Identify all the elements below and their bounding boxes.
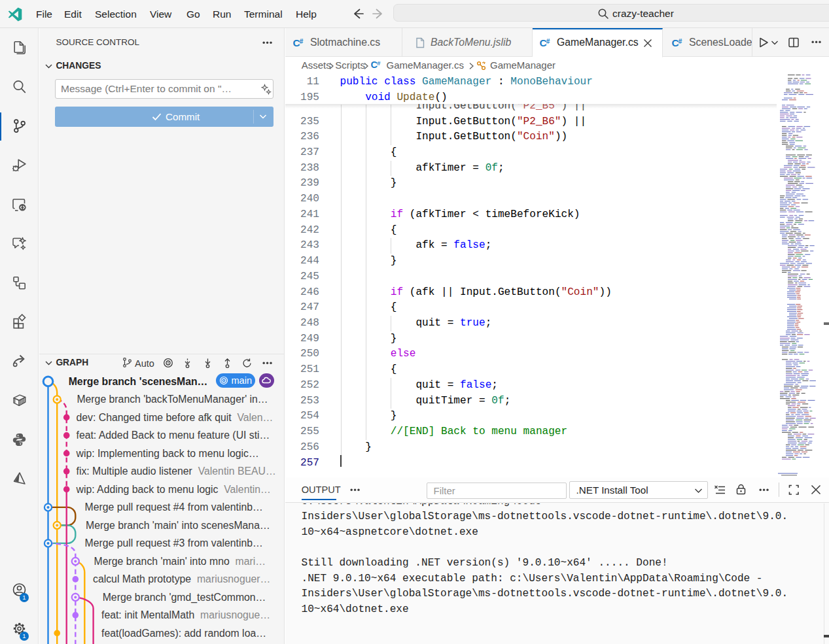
svg-text:#: # — [679, 38, 682, 45]
svg-text:#: # — [377, 59, 381, 67]
svg-text:#: # — [546, 38, 550, 45]
svg-text:#: # — [300, 38, 304, 45]
